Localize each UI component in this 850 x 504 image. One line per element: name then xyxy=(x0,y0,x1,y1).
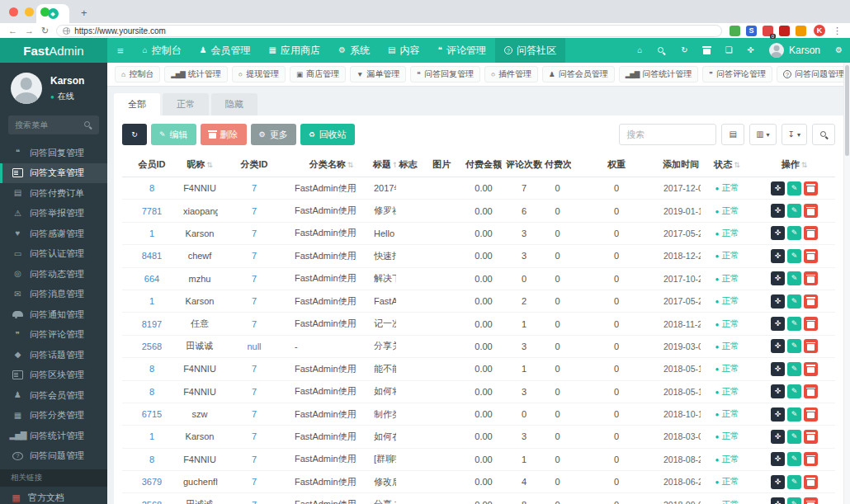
move-button[interactable]: ✜ xyxy=(771,294,785,309)
row-edit-button[interactable]: ✎ xyxy=(787,226,801,240)
sidebar-menu-item[interactable]: ❝ 问答回复管理 xyxy=(0,143,107,163)
open-tab[interactable]: 问答问题管理 xyxy=(777,66,850,82)
category-id-link[interactable]: 7 xyxy=(218,177,290,200)
navbar-menu-item[interactable]: ▦ 应用商店 xyxy=(260,38,329,63)
table-row[interactable]: 2568 田诚诚 7 FastAdmin使用 分享 首次访问控制器时候设置aja… xyxy=(122,493,835,504)
sidebar-search-input[interactable] xyxy=(15,120,83,130)
table-column-header[interactable]: 会员ID xyxy=(122,153,182,177)
extension-icon[interactable] xyxy=(796,26,806,36)
table-row[interactable]: 8197 任意 7 FastAdmin使用 记一次linux下用git安装fas… xyxy=(122,313,835,335)
member-id-link[interactable]: 8481 xyxy=(122,245,182,267)
category-id-link[interactable]: 7 xyxy=(218,426,290,448)
settings-button[interactable]: ⚙ xyxy=(828,38,850,63)
table-column-header[interactable]: 图片 xyxy=(420,153,463,177)
member-id-link[interactable]: 1 xyxy=(122,290,182,312)
recycle-bin-button[interactable]: ♻ 回收站 xyxy=(300,124,355,145)
member-id-link[interactable]: 7781 xyxy=(122,200,182,222)
member-id-link[interactable]: 1 xyxy=(122,222,182,244)
category-id-link[interactable]: 7 xyxy=(218,380,290,403)
move-button[interactable]: ✜ xyxy=(771,497,785,504)
move-button[interactable]: ✜ xyxy=(771,430,785,444)
address-bar[interactable]: https://www.yoursite.com xyxy=(56,25,722,37)
category-id-link[interactable]: 7 xyxy=(218,290,290,312)
move-button[interactable]: ✜ xyxy=(771,407,785,422)
move-button[interactable]: ✜ xyxy=(771,226,785,240)
open-tab[interactable]: ▼ 漏单管理 xyxy=(350,66,406,82)
user-menu[interactable]: Karson xyxy=(762,43,828,58)
member-id-link[interactable]: 8 xyxy=(122,177,182,200)
advanced-search-button[interactable] xyxy=(812,124,835,145)
open-tab[interactable]: ▂▅▇ 统计管理 xyxy=(164,66,228,82)
minimize-window-button[interactable] xyxy=(25,7,34,16)
table-column-header[interactable]: 标题⇅ xyxy=(372,153,396,177)
row-delete-button[interactable] xyxy=(804,339,818,353)
row-delete-button[interactable] xyxy=(804,475,818,489)
table-column-header[interactable]: 付费金额 xyxy=(463,153,504,177)
sidebar-menu-item[interactable]: ▂▅▇ 问答统计管理 xyxy=(0,426,107,446)
table-row[interactable]: 2568 田诚诚 null - 分享关于表关联 三级关联 多级关联查询的方法 模… xyxy=(122,335,835,357)
move-button[interactable]: ✜ xyxy=(771,452,785,466)
category-id-link[interactable]: 7 xyxy=(218,267,290,290)
table-column-header[interactable]: 分类名称⇅ xyxy=(290,153,372,177)
category-id-link[interactable]: null xyxy=(218,335,290,357)
sidebar-menu-item[interactable]: ▦ 问答分类管理 xyxy=(0,406,107,426)
navbar-action-button[interactable]: ❏ xyxy=(718,38,740,63)
extension-icon[interactable]: 0 xyxy=(763,26,773,36)
move-button[interactable]: ✜ xyxy=(771,317,785,331)
category-id-link[interactable]: 7 xyxy=(218,448,290,470)
table-row[interactable]: 8 F4NNIU 7 FastAdmin使用 能不能说明一下那些文件不能改，改了… xyxy=(122,358,835,380)
navbar-menu-item[interactable]: ▤ 内容 xyxy=(379,38,428,63)
browser-menu-button[interactable]: ⋮ xyxy=(833,26,842,36)
table-column-header[interactable]: 评论次数 xyxy=(504,153,544,177)
row-edit-button[interactable]: ✎ xyxy=(787,271,801,285)
table-row[interactable]: 1 Karson 7 FastAdmin使用 如何在列表中点击添加或编辑按钮时全… xyxy=(122,426,835,448)
table-column-header[interactable]: 标志 xyxy=(396,153,420,177)
sidebar-menu-item[interactable]: 问答问题管理 xyxy=(0,446,107,467)
navbar-menu-item[interactable]: 问答社区 xyxy=(495,38,565,63)
table-row[interactable]: 8 F4NNIU 7 FastAdmin使用 [群聊整理] 请问下js 怎么获取… xyxy=(122,448,835,470)
category-id-link[interactable]: 7 xyxy=(218,471,290,493)
row-edit-button[interactable]: ✎ xyxy=(787,497,801,504)
sidebar-menu-item[interactable]: 问答区块管理 xyxy=(0,365,107,386)
open-tab[interactable]: ♟ 问答会员管理 xyxy=(542,66,615,82)
extension-icon[interactable] xyxy=(779,26,790,36)
table-column-header[interactable]: 昵称⇅ xyxy=(182,153,218,177)
move-button[interactable]: ✜ xyxy=(771,204,785,218)
sidebar-toggle-button[interactable]: ≡ xyxy=(107,38,134,63)
table-column-header[interactable]: 添加时间⇅ xyxy=(662,153,701,177)
row-edit-button[interactable]: ✎ xyxy=(787,362,801,376)
table-column-header[interactable]: 付费次数 xyxy=(544,153,571,177)
member-id-link[interactable]: 2568 xyxy=(122,493,182,504)
navbar-menu-item[interactable]: ♟ 会员管理 xyxy=(191,38,260,63)
scrollbar-thumb[interactable] xyxy=(845,65,849,156)
navbar-menu-item[interactable]: ⚙ 系统 xyxy=(329,38,379,63)
table-column-header[interactable]: 状态⇅ xyxy=(701,153,753,177)
table-row[interactable]: 7781 xiaopang996 7 FastAdmin使用 修罗社区插件fas… xyxy=(122,200,835,222)
reload-button[interactable]: ↻ xyxy=(41,26,49,36)
open-tab[interactable]: ❞ 问答评论管理 xyxy=(702,66,772,82)
row-edit-button[interactable]: ✎ xyxy=(787,475,801,489)
row-delete-button[interactable] xyxy=(804,249,818,263)
category-id-link[interactable]: 7 xyxy=(218,200,290,222)
category-id-link[interactable]: 7 xyxy=(218,222,290,244)
sidebar-menu-item[interactable]: ♟ 问答会员管理 xyxy=(0,385,107,406)
extension-icon[interactable] xyxy=(730,26,740,36)
row-edit-button[interactable]: ✎ xyxy=(787,181,801,195)
sidebar-menu-item[interactable]: ✉ 问答消息管理 xyxy=(0,285,107,305)
navbar-menu-item[interactable]: ❝ 评论管理 xyxy=(428,38,494,63)
member-id-link[interactable]: 6715 xyxy=(122,403,182,425)
toggle-view-button[interactable]: ▤ xyxy=(721,124,744,145)
category-id-link[interactable]: 7 xyxy=(218,493,290,504)
member-id-link[interactable]: 8 xyxy=(122,358,182,380)
sidebar-menu-item[interactable]: ◆ 问答话题管理 xyxy=(0,345,107,365)
move-button[interactable]: ✜ xyxy=(771,362,785,376)
table-row[interactable]: 8 F4NNIU 7 FastAdmin使用 2017年度最受欢迎中国开源软件评… xyxy=(122,177,835,200)
sidebar-menu-item[interactable]: ▤ 问答付费订单 xyxy=(0,183,107,204)
row-delete-button[interactable] xyxy=(804,204,818,218)
sidebar-menu-item[interactable]: 问答文章管理 xyxy=(0,163,107,184)
extension-icon[interactable]: S xyxy=(746,26,757,36)
row-delete-button[interactable] xyxy=(804,407,818,422)
member-id-link[interactable]: 8 xyxy=(122,448,182,470)
row-delete-button[interactable] xyxy=(804,497,818,504)
row-edit-button[interactable]: ✎ xyxy=(787,407,801,422)
